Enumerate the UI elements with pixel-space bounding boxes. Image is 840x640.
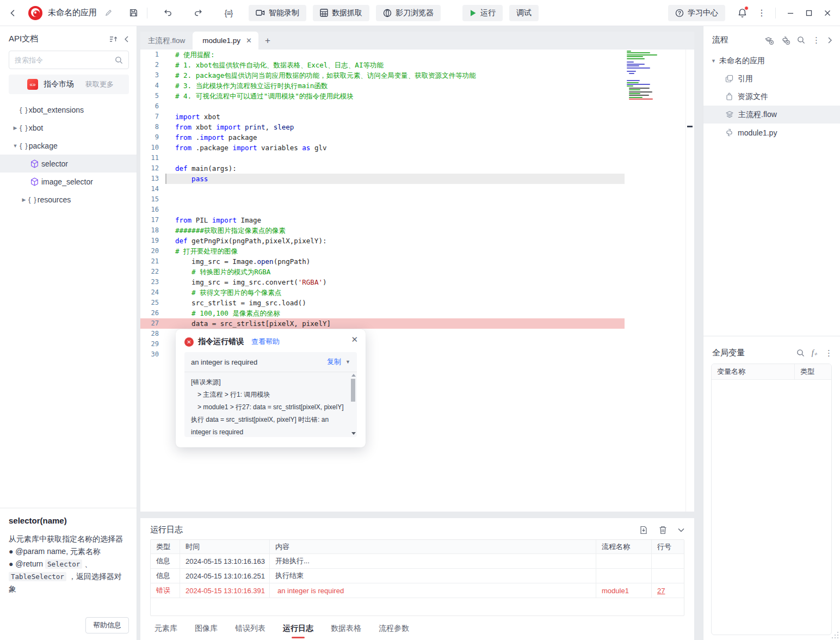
chevron-down-icon[interactable]: ▼ bbox=[711, 58, 716, 64]
tab-error-list[interactable]: 错误列表 bbox=[235, 624, 265, 638]
code-line-10[interactable]: 10from .package import variables as glv bbox=[140, 143, 625, 153]
code-line-1[interactable]: 1# 使用提醒: bbox=[140, 50, 625, 60]
scroll-up-icon[interactable] bbox=[351, 374, 356, 377]
window-maximize-button[interactable] bbox=[800, 5, 818, 21]
rename-pencil-icon[interactable] bbox=[100, 5, 116, 21]
code-line-11[interactable]: 11 bbox=[140, 153, 625, 163]
notifications-bell-icon[interactable] bbox=[734, 5, 750, 21]
smart-record-button[interactable]: 智能录制 bbox=[249, 5, 306, 21]
sidebar-item-resources[interactable]: ▶ { } resources bbox=[0, 190, 137, 208]
code-line-19[interactable]: 19def getPngPix(pngPath,pixelX,pixelY): bbox=[140, 236, 625, 246]
code-line-26[interactable]: 26 # 100,100 是像素点的坐标 bbox=[140, 308, 625, 318]
code-line-3[interactable]: 3# 2. package包提供访问当前应用数据的功能，如获取元素、访问全局变量… bbox=[140, 70, 625, 81]
sidebar-item-package[interactable]: ▼ { } package bbox=[0, 137, 137, 155]
code-line-17[interactable]: 17from PIL import Image bbox=[140, 215, 625, 225]
log-row[interactable]: 信息 2024-05-15 13:10:16.251 执行结束 bbox=[151, 569, 684, 583]
sidebar-item-xbot[interactable]: ▶ { } xbot bbox=[0, 119, 137, 137]
log-row[interactable]: 信息 2024-05-15 13:10:16.163 开始执行... bbox=[151, 554, 684, 569]
window-close-button[interactable] bbox=[818, 5, 837, 21]
learn-center-button[interactable]: 学习中心 bbox=[668, 5, 725, 21]
scroll-down-icon[interactable] bbox=[351, 432, 356, 435]
variables-brace-icon[interactable]: {≡} bbox=[220, 5, 237, 21]
export-log-icon[interactable] bbox=[639, 526, 648, 534]
add-flow-icon[interactable] bbox=[764, 36, 774, 45]
collapse-left-icon[interactable] bbox=[124, 36, 129, 42]
code-line-2[interactable]: 2# 1. xbot包提供软件自动化、数据表格、Excel、日志、AI等功能 bbox=[140, 60, 625, 70]
tab-close-icon[interactable]: ✕ bbox=[246, 36, 252, 45]
code-line-18[interactable]: 18#######获取图片指定像素点的像素 bbox=[140, 225, 625, 236]
save-icon[interactable] bbox=[125, 5, 141, 21]
minimap[interactable] bbox=[627, 51, 680, 112]
sort-icon[interactable] bbox=[109, 35, 118, 43]
code-line-22[interactable]: 22 # 转换图片的模式为RGBA bbox=[140, 267, 625, 277]
search-icon[interactable] bbox=[115, 56, 123, 64]
code-line-15[interactable]: 15 bbox=[140, 194, 625, 205]
vars-more-icon[interactable]: ⋮ bbox=[825, 348, 833, 358]
tab-element-library[interactable]: 元素库 bbox=[155, 624, 177, 638]
search-vars-icon[interactable] bbox=[796, 349, 805, 357]
clear-log-trash-icon[interactable] bbox=[659, 526, 667, 534]
code-line-7[interactable]: 7import xbot bbox=[140, 112, 625, 122]
popup-close-icon[interactable]: ✕ bbox=[351, 335, 358, 344]
code-line-24[interactable]: 24 # 获得文字图片的每个像素点 bbox=[140, 287, 625, 298]
debug-button[interactable]: 调试 bbox=[509, 5, 539, 21]
tab-module1-py[interactable]: module1.py ✕ bbox=[193, 32, 258, 50]
sidebar-item-xbot-extensions[interactable]: { } xbot_extensions bbox=[0, 101, 137, 119]
flow-item-main-flow[interactable]: 主流程.flow bbox=[703, 106, 840, 124]
code-line-14[interactable]: 14 bbox=[140, 184, 625, 194]
copy-link[interactable]: 复制 bbox=[327, 357, 341, 367]
flow-item-module1[interactable]: module1.py bbox=[703, 124, 840, 141]
code-line-9[interactable]: 9from .import package bbox=[140, 132, 625, 143]
window-resize-grip[interactable] bbox=[831, 631, 838, 638]
code-line-25[interactable]: 25 src_strlist = img_src.load() bbox=[140, 298, 625, 308]
chevron-right-icon[interactable]: ▶ bbox=[11, 125, 20, 131]
code-line-4[interactable]: 4# 3. 当此模块作为流程独立运行时执行main函数 bbox=[140, 81, 625, 91]
flow-more-icon[interactable]: ⋮ bbox=[812, 35, 820, 45]
flow-item-resources[interactable]: 资源文件 bbox=[703, 88, 840, 106]
back-icon[interactable] bbox=[4, 5, 21, 21]
code-line-6[interactable]: 6 bbox=[140, 101, 625, 112]
code-line-21[interactable]: 21 img_src = Image.open(pngPath) bbox=[140, 256, 625, 267]
sidebar-item-image-selector[interactable]: image_selector bbox=[0, 173, 137, 190]
view-help-link[interactable]: 查看帮助 bbox=[251, 337, 280, 347]
popup-scrollbar[interactable] bbox=[350, 374, 356, 435]
data-scrape-button[interactable]: 数据抓取 bbox=[313, 5, 369, 21]
window-minimize-button[interactable] bbox=[781, 5, 800, 21]
tab-main-flow[interactable]: 主流程.flow bbox=[140, 32, 193, 50]
chevron-down-icon[interactable]: ▼ bbox=[11, 143, 20, 149]
tab-run-log[interactable]: 运行日志 bbox=[283, 624, 313, 638]
flow-item-references[interactable]: 引用 bbox=[703, 70, 840, 88]
code-line-13[interactable]: 13 pass bbox=[140, 174, 625, 184]
redo-icon[interactable] bbox=[190, 5, 206, 21]
collapse-log-icon[interactable] bbox=[678, 528, 684, 532]
browser-button[interactable]: 影刀浏览器 bbox=[376, 5, 441, 21]
code-line-23[interactable]: 23 img_src = img_src.convert('RGBA') bbox=[140, 277, 625, 287]
popup-scrollbar-thumb[interactable] bbox=[351, 379, 355, 402]
code-line-20[interactable]: 20# 打开要处理的图像 bbox=[140, 246, 625, 256]
code-line-27[interactable]: 27 data = src_strlist[pixelX, pixelY] bbox=[140, 318, 625, 329]
tab-image-library[interactable]: 图像库 bbox=[195, 624, 218, 638]
editor-scrollbar-thumb[interactable] bbox=[687, 126, 693, 127]
editor-scrollbar[interactable] bbox=[685, 50, 694, 512]
get-more-link[interactable]: 获取更多 bbox=[85, 79, 114, 89]
search-box[interactable] bbox=[9, 51, 129, 69]
search-input[interactable] bbox=[15, 56, 115, 64]
tab-flow-params[interactable]: 流程参数 bbox=[379, 624, 409, 638]
code-line-8[interactable]: 8from xbot import print, sleep bbox=[140, 122, 625, 132]
error-line-link[interactable]: 27 bbox=[652, 583, 684, 598]
collapse-right-icon[interactable] bbox=[827, 37, 832, 44]
flow-tree-root[interactable]: ▼ 未命名的应用 bbox=[703, 52, 840, 70]
run-button[interactable]: 运行 bbox=[462, 5, 503, 21]
code-line-5[interactable]: 5# 4. 可视化流程中可以通过"调用模块"的指令使用此模块 bbox=[140, 91, 625, 101]
code-line-16[interactable]: 16 bbox=[140, 205, 625, 215]
add-function-var-icon[interactable]: f₊ bbox=[812, 348, 818, 358]
tab-add-icon[interactable]: + bbox=[258, 32, 277, 50]
code-line-12[interactable]: 12def main(args): bbox=[140, 163, 625, 174]
undo-icon[interactable] bbox=[159, 5, 176, 21]
log-row-error[interactable]: 错误 2024-05-15 13:10:16.391 an integer is… bbox=[151, 583, 684, 598]
chevron-right-icon[interactable]: ▶ bbox=[20, 197, 28, 202]
instruction-market-banner[interactable]: «» 指令市场 获取更多 bbox=[9, 75, 129, 94]
chevron-down-icon[interactable]: ▼ bbox=[345, 359, 350, 365]
search-flow-icon[interactable] bbox=[797, 36, 805, 44]
sidebar-item-selector[interactable]: selector bbox=[0, 155, 137, 173]
